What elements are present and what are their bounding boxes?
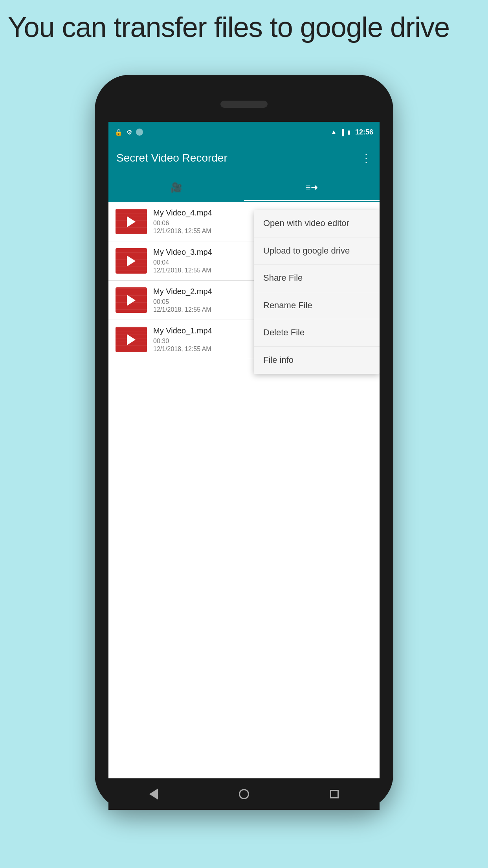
nav-home-icon bbox=[239, 789, 249, 799]
context-menu-item-open-editor[interactable]: Open with video editor bbox=[254, 210, 380, 237]
camera-tab-icon: 🎥 bbox=[171, 182, 182, 193]
context-menu: Open with video editor Upload to google … bbox=[254, 210, 380, 374]
status-right-icons: ▲ ▐ ▮ 12:56 bbox=[330, 128, 373, 136]
battery-icon: ▮ bbox=[347, 129, 350, 135]
nav-back-icon bbox=[149, 789, 158, 800]
tab-camera[interactable]: 🎥 bbox=[108, 174, 244, 201]
nav-home-button[interactable] bbox=[234, 784, 254, 804]
screen-content: My Video_4.mp4 00:06 12/1/2018, 12:55 AM… bbox=[108, 202, 380, 778]
phone-top-bar bbox=[95, 75, 393, 122]
phone-frame: 🔒 ⚙ ▲ ▐ ▮ 12:56 bbox=[95, 75, 393, 810]
play-icon-4 bbox=[127, 216, 136, 227]
app-bar: Secret Video Recorder ⋮ bbox=[108, 142, 380, 174]
video-thumbnail-1 bbox=[116, 327, 147, 352]
status-time: 12:56 bbox=[355, 128, 373, 136]
phone-nav-bar bbox=[108, 778, 380, 810]
settings-icon: ⚙ bbox=[127, 129, 132, 136]
play-icon-1 bbox=[127, 334, 136, 345]
nav-recents-icon bbox=[330, 790, 339, 798]
app-bar-more-button[interactable]: ⋮ bbox=[361, 152, 372, 165]
app-title: Secret Video Recorder bbox=[116, 152, 227, 164]
context-menu-item-upload-drive[interactable]: Upload to google drive bbox=[254, 237, 380, 265]
video-thumbnail-3 bbox=[116, 248, 147, 274]
context-menu-item-share[interactable]: Share File bbox=[254, 265, 380, 292]
phone-speaker bbox=[220, 101, 268, 108]
lock-icon: 🔒 bbox=[115, 129, 123, 136]
nav-back-button[interactable] bbox=[144, 784, 163, 804]
phone-screen: 🔒 ⚙ ▲ ▐ ▮ 12:56 bbox=[108, 122, 380, 778]
nav-recents-button[interactable] bbox=[325, 784, 344, 804]
context-menu-item-delete[interactable]: Delete File bbox=[254, 319, 380, 347]
play-icon-3 bbox=[127, 256, 136, 267]
play-icon-2 bbox=[127, 295, 136, 306]
video-thumbnail-2 bbox=[116, 287, 147, 313]
wifi-icon: ▲ bbox=[330, 129, 337, 136]
tab-bar: 🎥 ≡➜ bbox=[108, 174, 380, 202]
circle-icon bbox=[136, 129, 143, 136]
status-left-icons: 🔒 ⚙ bbox=[115, 129, 143, 136]
context-menu-item-info[interactable]: File info bbox=[254, 347, 380, 374]
tab-list[interactable]: ≡➜ bbox=[244, 174, 380, 201]
signal-icon: ▐ bbox=[340, 129, 344, 136]
video-thumbnail-4 bbox=[116, 209, 147, 234]
page-background-title: You can transfer files to google drive bbox=[8, 12, 480, 43]
list-tab-icon: ≡➜ bbox=[306, 182, 318, 193]
context-menu-item-rename[interactable]: Rename File bbox=[254, 292, 380, 320]
status-bar: 🔒 ⚙ ▲ ▐ ▮ 12:56 bbox=[108, 122, 380, 142]
